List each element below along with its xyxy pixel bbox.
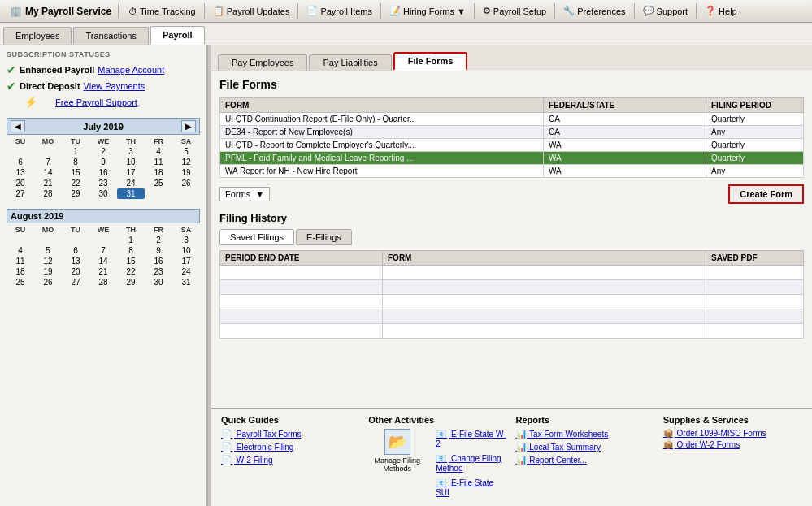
calendar-day[interactable]: 26 (34, 277, 62, 288)
calendar-day[interactable]: 4 (7, 245, 34, 256)
manage-filing-methods-icon-group[interactable]: 📂 Manage Filing Methods (368, 429, 426, 496)
calendar-day[interactable]: 8 (62, 157, 89, 167)
calendar-day[interactable]: 24 (117, 178, 145, 188)
calendar-day[interactable]: 24 (172, 266, 200, 277)
calendar-day[interactable]: 2 (89, 146, 117, 157)
calendar-day[interactable]: 26 (172, 178, 200, 188)
calendar-day[interactable]: 21 (34, 178, 62, 188)
tab-transactions[interactable]: Transactions (73, 27, 149, 45)
calendar-day[interactable]: 13 (7, 167, 34, 178)
sub-tab-pay-employees[interactable]: Pay Employees (218, 54, 307, 71)
calendar-day[interactable]: 19 (172, 167, 200, 178)
calendar-day[interactable]: 28 (89, 277, 117, 288)
calendar-day[interactable]: 6 (62, 245, 89, 256)
calendar-day[interactable]: 17 (172, 256, 200, 266)
calendar-next-button[interactable]: ▶ (181, 120, 196, 132)
report-center-link[interactable]: 📊 Report Center... (516, 455, 655, 465)
calendar-prev-button[interactable]: ◀ (11, 120, 25, 132)
calendar-day[interactable]: 31 (172, 277, 200, 288)
calendar-day[interactable]: 3 (117, 146, 145, 157)
calendar-day[interactable]: 25 (145, 178, 172, 188)
calendar-day[interactable]: 20 (7, 178, 34, 188)
calendar-day[interactable]: 18 (145, 167, 172, 178)
view-payments-link[interactable]: View Payments (84, 81, 145, 91)
calendar-day[interactable]: 9 (145, 245, 172, 256)
calendar-day[interactable]: 15 (117, 256, 145, 266)
calendar-day[interactable]: 23 (89, 178, 117, 188)
calendar-day[interactable]: 30 (89, 188, 117, 199)
calendar-day[interactable]: 7 (34, 157, 62, 167)
menu-hiring-forms[interactable]: 📝 Hiring Forms ▼ (384, 4, 471, 18)
calendar-day[interactable]: 14 (89, 256, 117, 266)
calendar-day[interactable]: 1 (117, 235, 145, 245)
tab-payroll[interactable]: Payroll (150, 26, 205, 45)
calendar-day[interactable]: 2 (145, 235, 172, 245)
free-payroll-support-link[interactable]: Free Payroll Support (55, 97, 137, 107)
app-logo[interactable]: 🏢 My Payroll Service (3, 4, 119, 19)
calendar-day[interactable]: 4 (145, 146, 172, 157)
calendar-day[interactable]: 5 (34, 245, 62, 256)
calendar-day[interactable]: 16 (89, 167, 117, 178)
calendar-day[interactable]: 19 (34, 266, 62, 277)
calendar-day[interactable]: 29 (117, 277, 145, 288)
calendar-day[interactable]: 27 (62, 277, 89, 288)
calendar-day[interactable]: 18 (7, 266, 34, 277)
calendar-day[interactable]: 12 (172, 157, 200, 167)
w2-filing-link[interactable]: 📄 W-2 Filing (221, 455, 360, 465)
forms-table-row[interactable]: UI QTD - Report to Complete Employer's Q… (220, 139, 804, 152)
menu-payroll-items[interactable]: 📄 Payroll Items (302, 4, 377, 18)
calendar-day[interactable]: 12 (34, 256, 62, 266)
sub-tab-pay-liabilities[interactable]: Pay Liabilities (309, 54, 391, 71)
calendar-day[interactable]: 3 (172, 235, 200, 245)
calendar-day[interactable]: 17 (117, 167, 145, 178)
forms-dropdown[interactable]: Forms ▼ (219, 187, 270, 201)
calendar-day[interactable]: 10 (117, 157, 145, 167)
calendar-day[interactable]: 20 (62, 266, 89, 277)
sub-tab-file-forms[interactable]: File Forms (393, 52, 468, 71)
calendar-day[interactable]: 31 (117, 188, 145, 199)
calendar-day[interactable]: 21 (89, 266, 117, 277)
calendar-day[interactable]: 22 (117, 266, 145, 277)
forms-table-row[interactable]: UI QTD Continuation Report (E-File Only)… (220, 113, 804, 126)
menu-time-tracking[interactable]: ⏱ Time Tracking (124, 5, 201, 18)
calendar-day[interactable]: 22 (62, 178, 89, 188)
efile-state-w2-link[interactable]: 📧 E-File State W-2 (436, 429, 507, 448)
history-tab-efilings[interactable]: E-Filings (296, 229, 352, 245)
electronic-filing-link[interactable]: 📄 Electronic Filing (221, 442, 360, 452)
calendar-day[interactable]: 23 (145, 266, 172, 277)
order-w2-link[interactable]: 📦 Order W-2 Forms (663, 440, 802, 449)
efile-state-sui-link[interactable]: 📧 E-File State SUI (436, 478, 507, 497)
forms-table-row[interactable]: DE34 - Report of New Employee(s)CAAny (220, 126, 804, 139)
calendar-day[interactable]: 15 (62, 167, 89, 178)
calendar-day[interactable]: 14 (34, 167, 62, 178)
calendar-day[interactable]: 9 (89, 157, 117, 167)
forms-table-row[interactable]: WA Report for NH - New Hire ReportWAAny (220, 165, 804, 178)
calendar-day[interactable]: 29 (62, 188, 89, 199)
calendar-day[interactable]: 8 (117, 245, 145, 256)
calendar-day[interactable]: 6 (7, 157, 34, 167)
calendar-day[interactable]: 13 (62, 256, 89, 266)
calendar-day[interactable]: 16 (145, 256, 172, 266)
menu-support[interactable]: 💬 Support (638, 4, 693, 18)
calendar-day[interactable]: 30 (145, 277, 172, 288)
tax-form-worksheets-link[interactable]: 📊 Tax Form Worksheets (516, 429, 655, 439)
calendar-day[interactable]: 11 (7, 256, 34, 266)
manage-account-link[interactable]: Manage Account (98, 65, 164, 75)
calendar-day[interactable]: 10 (172, 245, 200, 256)
calendar-day[interactable]: 5 (172, 146, 200, 157)
calendar-day[interactable]: 25 (7, 277, 34, 288)
calendar-day[interactable]: 7 (89, 245, 117, 256)
local-tax-summary-link[interactable]: 📊 Local Tax Summary (516, 442, 655, 452)
payroll-tax-forms-link[interactable]: 📄 Payroll Tax Forms (221, 429, 360, 439)
calendar-day[interactable]: 1 (62, 146, 89, 157)
calendar-day[interactable]: 28 (34, 188, 62, 199)
create-form-button[interactable]: Create Form (728, 184, 804, 204)
calendar-day[interactable]: 27 (7, 188, 34, 199)
order-1099-link[interactable]: 📦 Order 1099-MISC Forms (663, 429, 802, 438)
change-filing-method-link[interactable]: 📧 Change Filing Method (436, 453, 507, 473)
history-tab-saved[interactable]: Saved Filings (219, 229, 294, 245)
calendar-day[interactable]: 11 (145, 157, 172, 167)
menu-payroll-setup[interactable]: ⚙ Payroll Setup (478, 4, 551, 18)
menu-preferences[interactable]: 🔧 Preferences (558, 4, 630, 18)
tab-employees[interactable]: Employees (3, 27, 72, 45)
